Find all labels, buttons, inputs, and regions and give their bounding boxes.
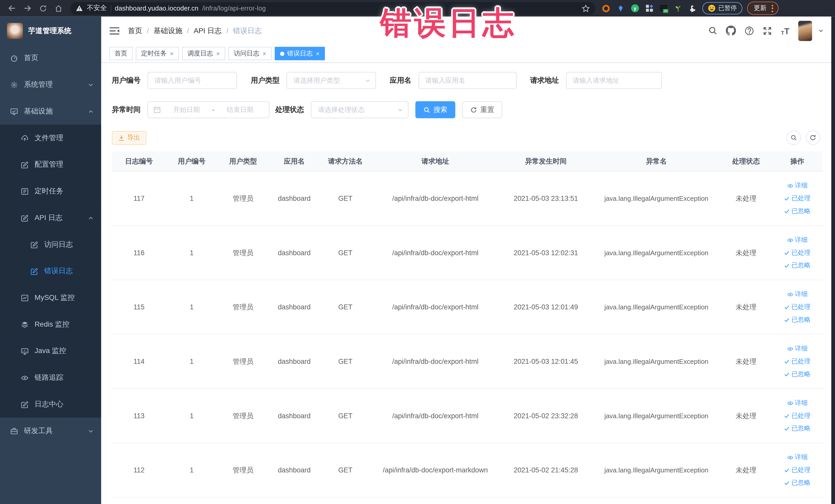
tab-job-log[interactable]: 调度日志× (182, 47, 225, 60)
breadcrumb-item[interactable]: API 日志 (194, 26, 222, 36)
export-button[interactable]: 导出 (112, 131, 147, 144)
detail-link[interactable]: 详细 (787, 181, 808, 190)
extension-plant-icon[interactable] (673, 3, 683, 13)
app-name-input[interactable] (419, 72, 516, 89)
ignored-link[interactable]: 已忽略 (784, 424, 811, 433)
processed-link[interactable]: 已处理 (784, 248, 811, 257)
ignored-link[interactable]: 已忽略 (784, 478, 811, 487)
github-icon[interactable] (726, 26, 736, 36)
page-scrollbar[interactable] (831, 16, 835, 504)
search-button[interactable]: 搜索 (415, 101, 455, 118)
sidebar-item-file-mgmt[interactable]: 文件管理 (0, 124, 101, 151)
extension-blue-gem-icon[interactable] (615, 3, 625, 13)
tab-label: 首页 (115, 49, 127, 58)
ignored-link[interactable]: 已忽略 (784, 261, 811, 270)
help-icon[interactable] (744, 26, 754, 36)
tab-home[interactable]: 首页 (109, 47, 133, 60)
user-avatar[interactable] (798, 21, 812, 41)
app-name-input-field[interactable] (419, 77, 516, 84)
back-icon[interactable] (4, 2, 20, 14)
sidebar-item-error-log[interactable]: 错误日志 (0, 258, 101, 284)
column-header-exception: 异常名 (592, 151, 720, 171)
request-url-input-field[interactable] (566, 77, 661, 84)
sidebar-item-label: Java 监控 (35, 346, 66, 356)
close-tab-icon[interactable]: × (216, 50, 220, 57)
fullscreen-icon[interactable] (762, 26, 772, 36)
error-log-table: 日志编号用户编号用户类型应用名请求方法名请求地址异常发生时间异常名处理状态操作 … (112, 151, 823, 498)
browser-menu-kebab-icon[interactable] (771, 5, 773, 12)
ignored-link[interactable]: 已忽略 (784, 315, 811, 324)
ignored-link[interactable]: 已忽略 (784, 207, 811, 216)
paused-extension-badge[interactable]: 已暂停 (702, 2, 742, 14)
breadcrumb-item[interactable]: 基础设施 (154, 26, 182, 36)
bookmark-star-icon[interactable] (582, 4, 590, 13)
processed-link[interactable]: 已处理 (784, 302, 811, 311)
address-bar[interactable]: 不安全 dashboard.yudao.iocoder.cn/infra/log… (70, 2, 595, 15)
hamburger-icon[interactable] (109, 26, 120, 36)
processed-link[interactable]: 已处理 (784, 465, 811, 475)
app-name-label: 应用名 (390, 76, 411, 85)
exception-time-range-picker[interactable]: 开始日期 - 结束日期 (148, 101, 269, 118)
extension-grid-icon[interactable] (644, 3, 654, 13)
extension-green-y-icon[interactable]: y (630, 3, 639, 13)
sidebar-item-infrastructure[interactable]: 基础设施 (0, 98, 101, 125)
reload-icon[interactable] (35, 2, 50, 14)
font-size-icon[interactable]: TT (780, 26, 790, 36)
refresh-table-button[interactable] (806, 130, 820, 145)
user-type-select-field[interactable] (287, 77, 375, 84)
sidebar-item-trace[interactable]: 链路追踪 (0, 364, 101, 391)
home-icon[interactable] (50, 2, 66, 14)
tab-error-log[interactable]: 错误日志× (275, 47, 325, 60)
sidebar-item-mysql-monitor[interactable]: MySQL 监控 (0, 284, 101, 311)
detail-link[interactable]: 详细 (787, 236, 808, 244)
sidebar-item-label: 研发工具 (24, 426, 53, 436)
detail-link[interactable]: 详细 (787, 344, 808, 353)
process-status-select[interactable] (311, 101, 409, 118)
detail-link[interactable]: 详细 (787, 452, 808, 462)
detail-link[interactable]: 详细 (787, 399, 808, 407)
processed-link[interactable]: 已处理 (784, 194, 811, 203)
close-tab-icon[interactable]: × (316, 50, 320, 57)
app-logo[interactable]: 芋道管理系统 (0, 16, 101, 45)
tab-access-log[interactable]: 访问日志× (228, 47, 271, 60)
sidebar-item-config-mgmt[interactable]: 配置管理 (0, 151, 101, 178)
user-id-input[interactable] (148, 72, 237, 89)
sidebar-item-access-log[interactable]: 访问日志 (0, 231, 101, 258)
extension-puzzle-icon[interactable] (687, 3, 697, 13)
sidebar-item-java-monitor[interactable]: Java 监控 (0, 338, 101, 364)
close-tab-icon[interactable]: × (263, 50, 266, 57)
toggle-search-button[interactable] (787, 130, 801, 145)
extension-orange-ring-icon[interactable] (601, 3, 611, 13)
sidebar-item-home[interactable]: 首页 (0, 45, 101, 72)
table-mini-tools (787, 130, 820, 145)
sidebar-item-api-log[interactable]: API 日志 (0, 205, 101, 231)
process-status-select-field[interactable] (312, 106, 408, 114)
search-icon[interactable] (708, 26, 718, 36)
cell-app-name: dashboard (269, 171, 320, 226)
tab-jobs[interactable]: 定时任务× (136, 47, 179, 60)
sidebar-item-redis-monitor[interactable]: Redis 监控 (0, 311, 101, 338)
user-type-select[interactable] (286, 72, 376, 89)
ignored-link[interactable]: 已忽略 (784, 370, 811, 379)
user-id-input-field[interactable] (148, 77, 237, 84)
processed-link[interactable]: 已处理 (784, 357, 811, 366)
user-menu-chevron-down-icon[interactable] (818, 28, 824, 34)
sidebar-item-dev-tools[interactable]: 研发工具 (0, 418, 101, 444)
sidebar-item-log-center[interactable]: 日志中心 (0, 391, 101, 418)
svg-text:y: y (633, 6, 636, 11)
cell-actions: 详细已处理已忽略 (772, 388, 823, 443)
action-label: 详细 (795, 399, 808, 407)
forward-icon[interactable] (20, 2, 35, 14)
processed-link[interactable]: 已处理 (784, 411, 811, 420)
extension-on-badge-icon[interactable]: on (659, 3, 668, 13)
sidebar-item-scheduled-jobs[interactable]: 定时任务 (0, 178, 101, 205)
security-label[interactable]: 不安全 (87, 4, 107, 13)
close-tab-icon[interactable]: × (170, 50, 174, 57)
sidebar-item-system-mgmt[interactable]: 系统管理 (0, 72, 101, 98)
breadcrumb-item[interactable]: 首页 (128, 26, 142, 36)
reset-button[interactable]: 重置 (462, 101, 502, 118)
tab-label: 错误日志 (287, 49, 313, 58)
browser-update-button[interactable]: 更新 (747, 2, 778, 15)
request-url-input[interactable] (566, 72, 661, 89)
detail-link[interactable]: 详细 (787, 290, 808, 299)
